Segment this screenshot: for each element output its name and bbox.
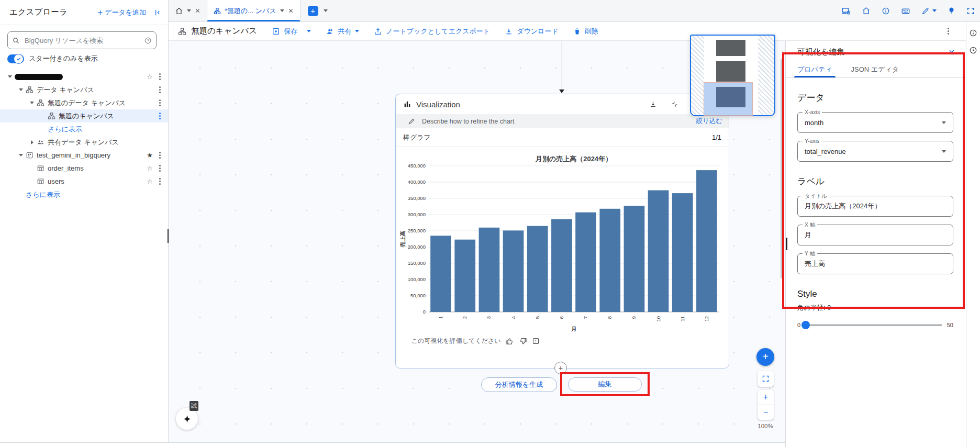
more-menu-icon[interactable] <box>155 86 164 93</box>
y-axis-label-input[interactable]: Y 軸 売上高 <box>797 253 953 274</box>
tree-item[interactable]: order_items☆ <box>0 162 168 175</box>
cloud-shell-icon[interactable] <box>841 6 851 16</box>
export-notebook-button[interactable]: ノートブックとしてエクスポート <box>374 27 490 36</box>
help-icon[interactable]: ? <box>144 37 152 44</box>
close-icon[interactable] <box>288 8 294 14</box>
resource-search-box[interactable]: ? <box>7 31 157 49</box>
info-icon[interactable] <box>882 7 890 15</box>
tree-item[interactable]: users☆ <box>0 175 168 188</box>
zoom-out-button[interactable]: − <box>758 405 774 420</box>
fit-to-screen-button[interactable] <box>758 371 774 387</box>
thumb-up-icon[interactable] <box>506 337 514 345</box>
starred-only-toggle[interactable] <box>7 54 24 63</box>
style-swatch-selected[interactable] <box>716 87 745 107</box>
report-icon[interactable] <box>532 337 540 345</box>
history-clock-icon[interactable] <box>969 46 977 54</box>
x-axis-select[interactable]: X-axis month <box>797 112 953 133</box>
panel-tabs: プロパティ JSON エディタ <box>786 61 966 78</box>
tree-item[interactable]: 無題のデータ キャンバス <box>0 96 168 109</box>
svg-text:売上高: 売上高 <box>399 230 406 248</box>
visualization-card[interactable]: Visualization Describe how to refine the… <box>395 94 729 368</box>
thumb-down-icon[interactable] <box>519 337 527 345</box>
star-icon[interactable]: ★ <box>144 151 155 159</box>
y-axis-select[interactable]: Y-axis total_revenue <box>797 141 953 162</box>
new-tab-button[interactable]: + <box>308 6 318 16</box>
tab-canvas-active[interactable]: *無題の... ンバス <box>207 0 300 21</box>
explorer-title: エクスプローラ <box>9 7 68 18</box>
star-icon[interactable]: ☆ <box>144 177 155 185</box>
save-button[interactable]: 保存 <box>272 27 297 36</box>
expand-arrow-icon[interactable] <box>27 140 37 144</box>
bar <box>479 228 500 312</box>
refine-chart-input[interactable]: Describe how to refine the chart 絞り込む <box>396 114 729 128</box>
tree-item[interactable]: データ キャンバス <box>0 83 168 96</box>
close-icon[interactable] <box>195 8 201 14</box>
x-axis-label-input[interactable]: X 軸 月 <box>797 225 953 245</box>
canvas-vertical-scrollbar[interactable] <box>781 59 784 278</box>
star-icon[interactable]: ☆ <box>144 164 155 172</box>
more-menu-icon[interactable] <box>155 113 164 119</box>
search-input[interactable] <box>24 36 140 45</box>
edit-button[interactable]: 編集 <box>568 377 642 392</box>
expand-arrow-icon[interactable] <box>16 88 26 91</box>
star-icon[interactable]: ☆ <box>144 73 155 81</box>
tree-show-more-link[interactable]: さらに表示 <box>0 122 168 136</box>
corner-radius-slider[interactable]: 0 50 <box>797 321 953 329</box>
download-chart-icon[interactable] <box>649 100 657 108</box>
save-menu-chevron[interactable] <box>307 30 311 32</box>
toolbar-more-menu-icon[interactable] <box>944 28 952 35</box>
tree-show-more-link[interactable]: さらに表示 <box>0 188 168 201</box>
tree-item[interactable]: 無題のキャンバス <box>0 109 168 122</box>
canvas-toolbar: 無題のキャンバス 保存 共有 ノートブックとしてエクスポート ダ <box>169 22 966 41</box>
tree-item-label: 無題のキャンバス <box>59 111 114 121</box>
title-input[interactable]: タイトル 月別の売上高（2024年） <box>797 196 953 217</box>
download-button[interactable]: ダウンロード <box>505 27 559 36</box>
annotation-box-edit-button: 編集 <box>560 372 650 396</box>
more-menu-icon[interactable] <box>155 178 164 185</box>
fullscreen-icon[interactable] <box>966 7 975 15</box>
svg-text:10: 10 <box>655 316 661 322</box>
add-data-button[interactable]: + データを追加 <box>98 8 146 17</box>
hints-bulb-icon[interactable] <box>948 7 955 15</box>
tree-item[interactable]: test_gemini_in_bigquery★ <box>0 149 168 162</box>
refine-link[interactable]: 絞り込む <box>696 117 722 126</box>
panel-header: 可視化を編集 <box>786 41 966 61</box>
info-icon[interactable] <box>969 29 977 37</box>
gemini-sparkle-button[interactable] <box>176 408 198 430</box>
collapse-sidebar-icon[interactable] <box>153 8 163 17</box>
expand-arrow-icon[interactable] <box>5 75 15 78</box>
more-menu-icon[interactable] <box>155 99 164 106</box>
slider-thumb[interactable] <box>801 321 810 329</box>
generate-insights-button[interactable]: 分析情報を生成 <box>481 377 557 392</box>
close-icon[interactable] <box>948 49 955 56</box>
style-swatch[interactable] <box>716 61 745 82</box>
home-icon[interactable] <box>862 6 871 15</box>
more-menu-icon[interactable] <box>155 152 164 159</box>
tab-properties[interactable]: プロパティ <box>797 61 832 77</box>
tab-home[interactable] <box>169 0 207 21</box>
tree-item[interactable]: 共有データ キャンバス <box>0 136 168 149</box>
chevron-down-icon[interactable] <box>187 9 191 12</box>
toggle-label: スター付きのみを表示 <box>29 54 98 63</box>
collapse-card-icon[interactable] <box>671 100 678 108</box>
expand-arrow-icon[interactable] <box>27 102 37 104</box>
keyboard-icon[interactable] <box>901 6 910 16</box>
tab-overflow-chevron-icon[interactable] <box>324 9 328 12</box>
expand-arrow-icon[interactable] <box>16 154 26 157</box>
delete-button[interactable]: 削除 <box>573 27 598 36</box>
chart-style-palette[interactable] <box>690 35 775 116</box>
tree-item[interactable]: ☆ <box>0 70 168 83</box>
add-block-fab[interactable]: + <box>756 348 774 366</box>
chevron-down-icon[interactable] <box>280 9 284 12</box>
more-menu-icon[interactable] <box>155 73 164 80</box>
tab-json-editor[interactable]: JSON エディタ <box>851 61 899 77</box>
slider-track[interactable] <box>810 325 942 326</box>
bar <box>551 219 572 312</box>
redacted-project-name <box>15 74 63 80</box>
style-swatch[interactable] <box>716 40 745 56</box>
panel-resize-handle[interactable] <box>786 238 787 250</box>
more-menu-icon[interactable] <box>155 165 164 172</box>
zoom-in-button[interactable]: + <box>758 390 774 405</box>
gemini-pen-menu[interactable] <box>921 7 937 15</box>
share-button[interactable]: 共有 <box>326 27 359 36</box>
